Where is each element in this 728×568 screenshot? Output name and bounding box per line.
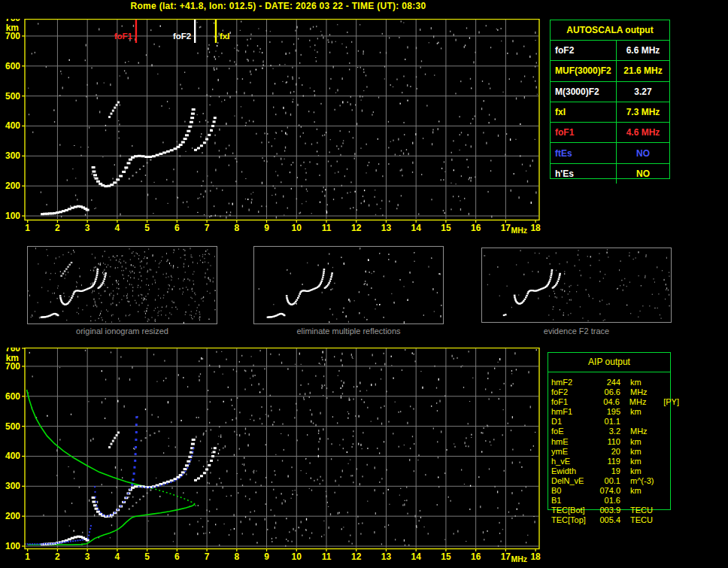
y-tick-label: 100: [5, 211, 20, 221]
parameter-unit: km: [630, 447, 663, 457]
x-tick-label: 4: [115, 551, 120, 562]
x-tick-label: 3: [85, 223, 90, 233]
parameter-unit: TECU: [630, 515, 663, 525]
parameter-unit: TECU: [630, 506, 663, 515]
parameter-value: 01.6: [595, 496, 620, 506]
table-row: foE3.2MHz: [551, 427, 679, 436]
x-tick-label: 8: [234, 223, 239, 233]
thumbnail-caption-eliminate: eliminate multiple reflections: [253, 327, 444, 336]
x-tick-label: 17: [501, 551, 511, 562]
x-tick-label: 15: [441, 223, 451, 233]
y-tick-label: 400: [5, 451, 20, 461]
table-row: Ewidth19km: [551, 466, 679, 476]
parameter-label: ymE: [551, 447, 595, 457]
x-tick-label: 6: [174, 223, 180, 233]
parameter-value: 7.3 MHz: [617, 107, 669, 117]
parameter-value: 20: [595, 447, 620, 457]
table-row: B101.6: [551, 496, 679, 506]
x-tick-label: 1: [25, 551, 30, 562]
table-row: TEC[Bot]003.9TECU: [551, 506, 679, 515]
x-tick-label: 2: [55, 223, 60, 233]
parameter-label: TEC[Top]: [551, 515, 595, 525]
x-tick-label: 11: [322, 551, 332, 562]
y-tick-label: 500: [5, 91, 20, 102]
autoscala-table-header: AUTOSCALA output: [551, 20, 669, 41]
y-axis-unit: km: [6, 23, 19, 33]
table-row: hmF2244km: [551, 378, 679, 387]
x-tick-label: 18: [530, 551, 541, 562]
parameter-unit: MHz: [630, 427, 663, 436]
y-tick-label: 400: [5, 120, 20, 131]
x-axis-unit: MHz: [511, 554, 527, 563]
table-row: foF206.6MHz: [551, 387, 679, 397]
parameter-label: MUF(3000)F2: [551, 61, 617, 80]
parameter-value: 21.6 MHz: [617, 65, 669, 76]
x-tick-label: 2: [55, 551, 60, 562]
x-tick-label: 3: [85, 551, 90, 562]
station-title: Rome (lat: +41.8, lon: 012.5) - DATE: 20…: [0, 1, 557, 11]
y-axis-unit: km: [6, 353, 19, 363]
y-tick-label: 200: [5, 181, 20, 191]
aip-table-rows: hmF2244kmfoF206.6MHzfoF104.6MHz[PY]hmF11…: [551, 378, 679, 525]
parameter-label: hmE: [551, 437, 595, 447]
marker-label-foF1: foF1: [114, 32, 133, 41]
parameter-value: 04.6: [594, 397, 620, 407]
x-axis-unit: MHz: [511, 226, 527, 235]
parameter-value: 074.0: [595, 486, 620, 496]
parameter-unit: km: [630, 437, 663, 447]
x-tick-label: 9: [264, 551, 269, 562]
parameter-label: foF2: [551, 41, 617, 60]
x-tick-label: 7: [205, 551, 210, 562]
x-tick-label: 12: [351, 223, 362, 233]
parameter-label: h_vE: [551, 457, 595, 466]
x-tick-label: 1: [25, 223, 30, 233]
marker-label-fxI: fxI: [220, 32, 229, 41]
parameter-value: NO: [617, 169, 669, 179]
table-row: fxI7.3 MHz: [551, 102, 669, 123]
x-tick-label: 16: [471, 551, 481, 562]
table-row: hmF1195km: [551, 407, 679, 417]
x-tick-label: 14: [411, 551, 422, 562]
parameter-value: 119: [595, 457, 620, 466]
parameter-value: 195: [595, 407, 620, 417]
table-row: h'EsNO: [551, 164, 669, 184]
x-tick-label: 7: [205, 223, 210, 233]
parameter-label: h'Es: [551, 164, 617, 184]
thumbnail-caption-original: original ionogram resized: [27, 327, 217, 336]
x-tick-label: 10: [292, 223, 302, 233]
y-tick-label: 100: [5, 541, 20, 551]
parameter-label: B1: [551, 496, 595, 506]
x-tick-label: 13: [381, 223, 392, 233]
parameter-label: DelN_vE: [551, 476, 595, 486]
thumbnail-original-ionogram: [27, 246, 217, 324]
table-row: DelN_vE00.1m^(-3): [551, 476, 679, 486]
parameter-value: 3.2: [595, 427, 620, 436]
parameter-label: Ewidth: [551, 466, 595, 476]
parameter-value: 00.1: [595, 476, 620, 486]
parameter-unit: km: [630, 486, 663, 496]
parameter-unit: km: [630, 466, 663, 476]
x-tick-label: 5: [144, 551, 150, 562]
parameter-value: 6.6 MHz: [617, 45, 669, 56]
parameter-value: 06.6: [595, 387, 620, 397]
x-tick-label: 13: [381, 551, 392, 562]
parameter-value: 19: [595, 466, 620, 476]
autoscala-table: AUTOSCALA output foF26.6 MHzMUF(3000)F22…: [550, 20, 670, 179]
table-row: hmE110km: [551, 437, 679, 447]
x-tick-label: 15: [441, 551, 451, 562]
y-tick-label: 600: [5, 61, 20, 71]
parameter-label: foF1: [551, 123, 617, 142]
parameter-unit: [630, 417, 663, 427]
table-row: M(3000)F23.27: [551, 82, 669, 102]
x-tick-label: 4: [115, 223, 120, 233]
table-row: D101.1: [551, 417, 679, 427]
parameter-label: M(3000)F2: [551, 82, 617, 102]
x-tick-label: 9: [264, 223, 269, 233]
parameter-label: TEC[Bot]: [551, 506, 595, 515]
x-tick-label: 5: [144, 223, 150, 233]
thumbnail-eliminate-reflections: [253, 246, 444, 324]
parameter-unit: km: [630, 378, 663, 387]
parameter-label: hmF2: [551, 378, 595, 387]
y-tick-label: 300: [5, 481, 20, 491]
parameter-note: [PY]: [663, 397, 679, 407]
